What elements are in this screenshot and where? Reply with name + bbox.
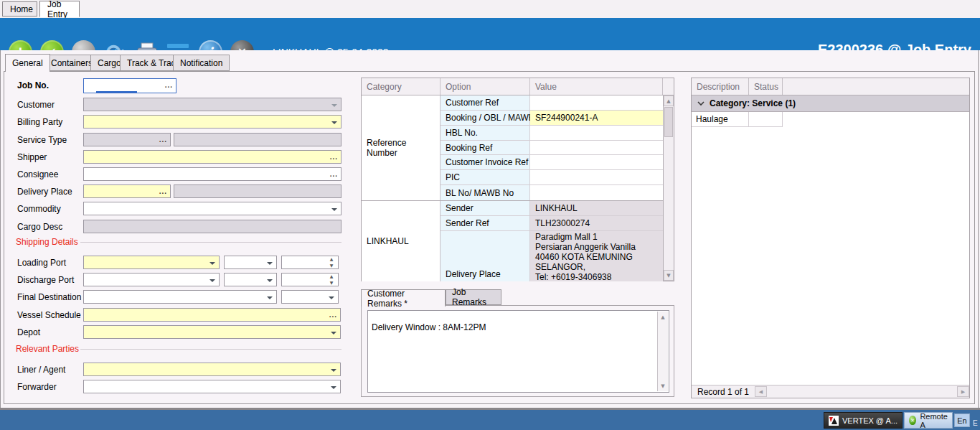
billing-party-select[interactable]: DZIN FREIGHT SDN BHD	[83, 115, 341, 128]
ellipsis-button[interactable]: ...	[330, 168, 338, 180]
remarks-scrollbar[interactable]: ▲ ▼	[657, 312, 668, 391]
language-indicator[interactable]: En	[954, 413, 970, 427]
value-cell[interactable]	[530, 185, 663, 200]
service-group-row[interactable]: Category: Service (1)	[692, 95, 969, 112]
chevron-down-icon	[331, 104, 337, 107]
tab-customer-remarks[interactable]: Customer Remarks *	[361, 289, 446, 307]
spinner-arrows: ▲▼	[327, 274, 336, 285]
final-destination-extra-select[interactable]	[281, 290, 339, 304]
depot-select[interactable]: ADTINE CONTAINER SERVICES S/B- (N/P)	[83, 325, 341, 339]
window-tab-job-entry[interactable]: Job Entry	[39, 1, 80, 17]
value-cell: Paradigm Mall 1 Persiaran Anggerik Vanil…	[530, 231, 663, 281]
discharge-port-date-select[interactable]	[224, 273, 277, 286]
table-row: Booking / OBL / MAWBSF244900241-A	[440, 111, 663, 126]
loading-port-select[interactable]: WEST PORT,PORT KLANG	[83, 256, 220, 269]
taskbar-button-vertex[interactable]: VERTEX @ A...	[824, 412, 903, 429]
table-scrollbar[interactable]: ▲ ▼	[663, 95, 674, 281]
vessel-schedule-field[interactable]: FPT861342 / AS CAROLINA / 18S / KMT ...	[83, 308, 341, 322]
tab-notification[interactable]: Notification	[173, 55, 230, 71]
scroll-down-icon[interactable]: ▼	[664, 270, 674, 281]
column-header-description[interactable]: Description	[692, 78, 749, 95]
value-cell[interactable]	[530, 170, 663, 184]
taskbar-button-remote[interactable]: ✕ Remote A	[904, 412, 953, 429]
scroll-up-icon[interactable]: ▲	[658, 312, 668, 322]
customer-select: DZIN FREIGHT SDN BHD	[83, 98, 341, 111]
value-cell[interactable]	[530, 155, 663, 169]
depot-label: Depot	[17, 327, 40, 337]
discharge-port-time-spinner[interactable]: 00:00 ▲▼	[281, 273, 339, 286]
window-tab-strip: Home Job Entry	[0, 0, 980, 19]
table-row: PIC	[440, 170, 663, 185]
chevron-down-icon	[331, 332, 336, 335]
forwarder-select[interactable]	[83, 380, 341, 393]
loading-port-date-select[interactable]	[224, 256, 277, 269]
table-row: SenderLINKHAUL	[440, 201, 663, 216]
chevron-down-icon	[267, 296, 273, 299]
job-no-field[interactable]: E2300236 ...	[83, 78, 176, 93]
column-header-status[interactable]: Status	[749, 78, 783, 95]
tab-job-remarks[interactable]: Job Remarks	[446, 289, 501, 305]
discharge-port-label: Discharge Port	[17, 275, 74, 285]
remarks-panel: Delivery Window : 8AM-12PM ▲ ▼	[361, 305, 674, 397]
final-destination-select[interactable]: FUJAIRAH	[83, 290, 277, 304]
scroll-down-icon[interactable]: ▼	[658, 380, 668, 391]
value-cell[interactable]: SF244900241-A	[530, 111, 663, 125]
value-cell[interactable]	[530, 141, 663, 155]
liner-agent-select[interactable]: CMA CGM MALAYSIA SDN BHD - JOHOR	[83, 363, 341, 376]
service-type-label: Service Type	[17, 135, 67, 145]
final-destination-label: Final Destination	[17, 292, 81, 302]
scroll-up-icon[interactable]: ▲	[664, 95, 674, 106]
value-cell[interactable]	[530, 126, 663, 140]
column-header-value[interactable]: Value	[530, 78, 663, 95]
shipper-field[interactable]: JANE LIM ...	[83, 150, 341, 164]
category-cell: Reference Number	[362, 95, 440, 200]
reference-table: Category Option Value Reference Number C…	[361, 78, 674, 281]
nav-left-icon[interactable]: ◀	[755, 386, 767, 397]
spin-down-icon[interactable]: ▼	[330, 263, 334, 268]
nav-right-icon[interactable]: ▶	[957, 386, 969, 397]
spin-up-icon[interactable]: ▲	[330, 257, 334, 261]
table-group-reference-number: Reference Number Customer Ref Booking / …	[362, 95, 663, 201]
loading-port-time-spinner[interactable]: 00:00 ▲▼	[281, 256, 339, 269]
table-row: HBL No.	[440, 126, 663, 141]
consignee-label: Consignee	[17, 169, 58, 179]
ellipsis-button[interactable]: ...	[165, 79, 173, 91]
discharge-port-select[interactable]	[83, 273, 220, 286]
service-type-code-field[interactable]: ROUND TRIP (E) ...	[83, 133, 171, 146]
scrollbar-thumb[interactable]	[664, 107, 673, 137]
table-row: Customer Ref	[440, 95, 663, 111]
service-status-cell[interactable]	[749, 112, 783, 127]
ellipsis-button[interactable]: ...	[329, 309, 337, 321]
loading-port-label: Loading Port	[17, 258, 66, 268]
commodity-select[interactable]	[83, 202, 341, 215]
chevron-down-icon	[331, 121, 337, 124]
shipping-details-section: Shipping Details	[16, 237, 78, 247]
column-header-option[interactable]: Option	[440, 78, 530, 95]
value-cell[interactable]	[530, 95, 663, 110]
vessel-schedule-label: Vessel Schedule	[17, 310, 81, 320]
window-tab-home[interactable]: Home	[2, 1, 37, 17]
consignee-field[interactable]: ...	[83, 167, 341, 181]
spin-up-icon[interactable]: ▲	[330, 274, 334, 279]
chevron-down-icon	[329, 296, 334, 299]
column-header-category[interactable]: Category	[362, 78, 440, 95]
record-navigator: Record 1 of 1 ◀ ▶	[692, 385, 969, 398]
ellipsis-button[interactable]: ...	[159, 134, 167, 146]
service-description-cell[interactable]: Haulage	[692, 112, 749, 127]
table-row: Customer Invoice Ref	[440, 155, 663, 170]
ellipsis-button[interactable]: ...	[330, 151, 338, 163]
customer-remarks-textarea[interactable]: Delivery Window : 8AM-12PM ▲ ▼	[367, 310, 669, 393]
tab-general[interactable]: General	[5, 54, 50, 72]
table-row: Booking Ref	[440, 141, 663, 156]
billing-party-label: Billing Party	[17, 117, 62, 127]
job-no-label: Job No.	[17, 80, 49, 90]
service-row[interactable]: Haulage	[692, 112, 969, 127]
spin-down-icon[interactable]: ▼	[330, 281, 334, 285]
language-indicator-small[interactable]: E	[973, 419, 978, 427]
chevron-down-icon	[209, 279, 215, 282]
ellipsis-button[interactable]: ...	[159, 185, 167, 197]
delivery-place-code-field[interactable]: P01069 ...	[83, 184, 171, 198]
chevron-down-icon	[267, 279, 273, 282]
forwarder-label: Forwarder	[17, 382, 57, 392]
table-row: Sender RefTLH23000274	[440, 216, 663, 231]
